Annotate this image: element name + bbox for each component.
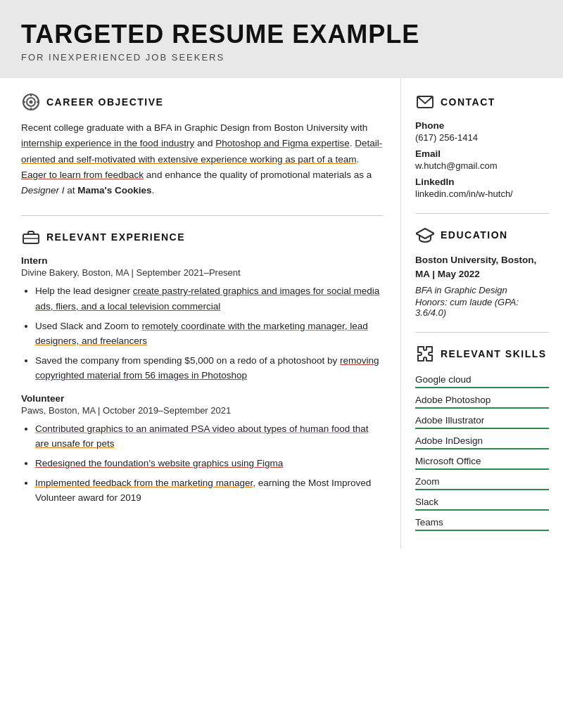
- job-title-intern: Intern: [21, 255, 384, 266]
- list-item: Help the lead designer create pastry-rel…: [35, 283, 384, 314]
- bullet-highlight: create pastry-related graphics and image…: [35, 286, 379, 312]
- experience-title: RELEVANT EXPERIENCE: [46, 231, 185, 243]
- bullet-highlight: Implemented feedback from the marketing …: [35, 478, 253, 488]
- svg-marker-10: [416, 229, 434, 238]
- page-title: TARGETED RESUME EXAMPLE: [21, 20, 542, 49]
- page-header: TARGETED RESUME EXAMPLE FOR INEXPERIENCE…: [0, 0, 563, 78]
- skills-title: RELEVANT SKILLS: [441, 348, 547, 359]
- skill-item: Zoom: [415, 474, 549, 490]
- skill-item: Teams: [415, 515, 549, 531]
- envelope-icon: [415, 92, 435, 112]
- list-item: Redesigned the foundation's website grap…: [35, 456, 384, 471]
- graduation-icon: [415, 225, 435, 245]
- bullet-highlight: remotely coordinate with the marketing m…: [35, 321, 368, 347]
- bullet-highlight: Redesigned the foundation's website grap…: [35, 458, 283, 468]
- divider-1: [21, 215, 384, 216]
- career-objective-header: CAREER OBJECTIVE: [21, 92, 384, 112]
- list-item: Contributed graphics to an animated PSA …: [35, 421, 384, 452]
- honors-text: Honors: cum laude (GPA: 3.6/4.0): [415, 297, 549, 318]
- left-column: CAREER OBJECTIVE Recent college graduate…: [0, 78, 401, 549]
- volunteer-bullets: Contributed graphics to an animated PSA …: [21, 421, 384, 506]
- education-section: EDUCATION Boston University, Boston, MA …: [415, 225, 549, 318]
- company-name: Mama's Cookies: [77, 185, 151, 196]
- main-content: CAREER OBJECTIVE Recent college graduate…: [0, 78, 563, 549]
- job-volunteer: Volunteer Paws, Boston, MA | October 201…: [21, 393, 384, 506]
- svg-point-2: [30, 101, 33, 104]
- contact-section: CONTACT Phone (617) 256-1414 Email w.hut…: [415, 92, 549, 199]
- education-header: EDUCATION: [415, 225, 549, 245]
- skills-section: RELEVANT SKILLS Google cloudAdobe Photos…: [415, 344, 549, 535]
- skill-item: Adobe Illustrator: [415, 413, 549, 429]
- linkedin-label: LinkedIn: [415, 177, 549, 187]
- linkedin-value: linkedin.com/in/w-hutch/: [415, 189, 549, 199]
- skills-highlight: Photoshop and Figma expertise: [215, 138, 350, 148]
- contact-header: CONTACT: [415, 92, 549, 112]
- contact-title: CONTACT: [441, 96, 495, 108]
- email-value: w.hutch@gmail.com: [415, 160, 549, 171]
- bullet-highlight: Contributed graphics to an animated PSA …: [35, 423, 369, 449]
- puzzle-icon: [415, 344, 435, 364]
- divider-2: [415, 213, 549, 214]
- divider-3: [415, 332, 549, 333]
- experience-header: RELEVANT EXPERIENCE: [21, 227, 384, 247]
- internship-highlight: internship experience in the food indust…: [21, 138, 194, 148]
- skills-list: Google cloudAdobe PhotoshopAdobe Illustr…: [415, 372, 549, 535]
- email-label: Email: [415, 148, 549, 159]
- institution-name: Boston University, Boston, MA | May 2022: [415, 253, 549, 282]
- job-meta-intern: Divine Bakery, Boston, MA | September 20…: [21, 267, 384, 278]
- page-subtitle: FOR INEXPERIENCED JOB SEEKERS: [21, 52, 542, 63]
- skill-item: Slack: [415, 494, 549, 511]
- list-item: Saved the company from spending $5,000 o…: [35, 353, 384, 383]
- career-objective-title: CAREER OBJECTIVE: [46, 96, 163, 108]
- education-title: EDUCATION: [441, 229, 508, 241]
- career-objective-text: Recent college graduate with a BFA in Gr…: [21, 120, 384, 198]
- job-intern: Intern Divine Bakery, Boston, MA | Septe…: [21, 255, 384, 383]
- briefcase-icon: [21, 227, 41, 247]
- skills-header: RELEVANT SKILLS: [415, 344, 549, 364]
- list-item: Used Slack and Zoom to remotely coordina…: [35, 319, 384, 349]
- career-objective-section: CAREER OBJECTIVE Recent college graduate…: [21, 92, 384, 198]
- job-title-italic: Designer I: [21, 185, 65, 196]
- intern-bullets: Help the lead designer create pastry-rel…: [21, 283, 384, 383]
- right-column: CONTACT Phone (617) 256-1414 Email w.hut…: [401, 78, 563, 549]
- degree-name: BFA in Graphic Design: [415, 285, 549, 295]
- phone-label: Phone: [415, 120, 549, 131]
- bullet-highlight: removing copyrighted material from 56 im…: [35, 355, 379, 381]
- skill-item: Adobe Photoshop: [415, 392, 549, 409]
- skill-item: Adobe InDesign: [415, 433, 549, 449]
- skill-item: Microsoft Office: [415, 454, 549, 470]
- job-title-volunteer: Volunteer: [21, 393, 384, 404]
- phone-value: (617) 256-1414: [415, 132, 549, 143]
- target-icon: [21, 92, 41, 112]
- relevant-experience-section: RELEVANT EXPERIENCE Intern Divine Bakery…: [21, 227, 384, 506]
- feedback-highlight: Eager to learn from feedback: [21, 170, 144, 180]
- job-meta-volunteer: Paws, Boston, MA | October 2019–Septembe…: [21, 405, 384, 416]
- skill-item: Google cloud: [415, 372, 549, 388]
- list-item: Implemented feedback from the marketing …: [35, 475, 384, 506]
